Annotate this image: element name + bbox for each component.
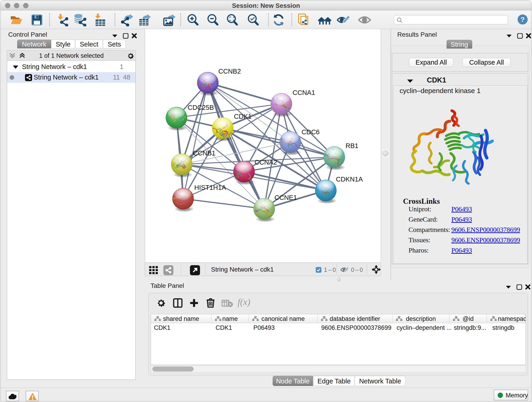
svg-text:CCNB1: CCNB1 (193, 149, 215, 157)
svg-text:CCNB2: CCNB2 (218, 68, 241, 75)
svg-text:CCNA1: CCNA1 (293, 89, 315, 96)
svg-text:HIST1H1A: HIST1H1A (194, 184, 226, 191)
svg-text:CDC25B: CDC25B (188, 104, 214, 111)
svg-text:RB1: RB1 (346, 142, 358, 149)
svg-text:CDKN1A: CDKN1A (336, 176, 363, 183)
svg-text:CDC6: CDC6 (302, 128, 320, 136)
svg-text:CDK1: CDK1 (234, 113, 252, 120)
svg-text:?: ? (520, 16, 525, 23)
svg-text:CCNA2: CCNA2 (254, 159, 277, 166)
svg-text:CCNE1: CCNE1 (274, 194, 297, 201)
